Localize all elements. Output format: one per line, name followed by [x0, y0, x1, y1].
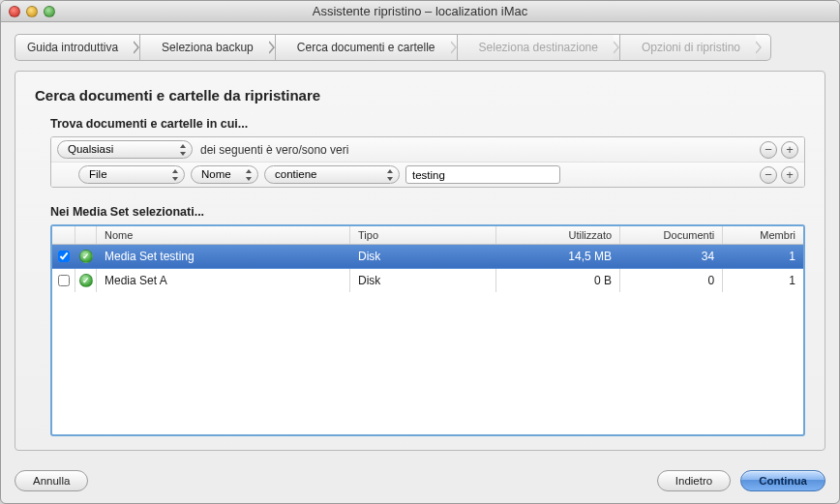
row-docs: 34 — [620, 245, 723, 268]
window: Assistente ripristino – localization iMa… — [0, 0, 840, 504]
row-checkbox[interactable] — [58, 275, 70, 286]
crumb-guide[interactable]: Guida introduttiva — [15, 34, 134, 61]
row-members: 1 — [723, 269, 803, 292]
table-body: Media Set testing Disk 14,5 MB 34 1 Medi… — [52, 245, 803, 434]
criteria-rule-row: File Nome contiene — [51, 163, 804, 187]
rule-kind-value: File — [89, 167, 107, 182]
table-row[interactable]: Media Set A Disk 0 B 0 1 — [52, 269, 803, 293]
back-button[interactable]: Indietro — [657, 470, 731, 491]
col-members[interactable]: Membri — [723, 226, 803, 244]
crumb-label: Seleziona backup — [162, 41, 254, 54]
status-ok-icon — [79, 250, 93, 263]
criteria-box: Qualsiasi dei seguenti è vero/sono veri … — [50, 136, 805, 188]
table-row[interactable]: Media Set testing Disk 14,5 MB 34 1 — [52, 245, 803, 269]
table-header: Nome Tipo Utilizzato Documenti Membri — [52, 226, 803, 245]
add-rule-button[interactable]: + — [781, 166, 798, 184]
row-used: 14,5 MB — [496, 245, 620, 268]
row-type: Disk — [350, 269, 496, 292]
col-type[interactable]: Tipo — [350, 226, 496, 244]
mediasets-label: Nei Media Set selezionati... — [50, 205, 805, 219]
updown-icon — [179, 144, 187, 156]
updown-icon — [171, 169, 179, 181]
crumb-label: Opzioni di ripristino — [642, 41, 740, 54]
col-docs[interactable]: Documenti — [620, 226, 723, 244]
col-used[interactable]: Utilizzato — [496, 226, 620, 244]
scope-select[interactable]: Qualsiasi — [57, 140, 193, 159]
crumb-label: Cerca documenti e cartelle — [297, 41, 435, 54]
scope-suffix: dei seguenti è vero/sono veri — [200, 143, 348, 157]
row-name: Media Set A — [97, 269, 350, 292]
remove-scope-button[interactable]: − — [760, 141, 777, 159]
rule-field-select[interactable]: Nome — [191, 165, 258, 184]
titlebar: Assistente ripristino – localization iMa… — [1, 1, 839, 22]
row-type: Disk — [350, 245, 496, 268]
row-used: 0 B — [496, 269, 620, 292]
rule-kind-select[interactable]: File — [78, 165, 185, 184]
remove-rule-button[interactable]: − — [760, 166, 777, 184]
crumb-label: Guida introduttiva — [27, 41, 118, 54]
main-panel: Cerca documenti e cartelle da ripristina… — [15, 71, 825, 451]
updown-icon — [245, 169, 253, 181]
content: Guida introduttiva Seleziona backup Cerc… — [1, 22, 839, 460]
col-name[interactable]: Nome — [97, 226, 350, 244]
col-status[interactable] — [75, 226, 97, 244]
crumb-select-backup[interactable]: Seleziona backup — [139, 34, 269, 61]
scope-select-value: Qualsiasi — [68, 142, 113, 157]
crumb-search-docs[interactable]: Cerca documenti e cartelle — [275, 34, 451, 61]
criteria-scope-row: Qualsiasi dei seguenti è vero/sono veri … — [51, 137, 804, 163]
page-title: Cerca documenti e cartelle da ripristina… — [35, 87, 805, 104]
row-docs: 0 — [620, 269, 723, 292]
rule-operator-select[interactable]: contiene — [264, 165, 400, 184]
add-scope-button[interactable]: + — [781, 141, 798, 159]
row-members: 1 — [723, 245, 803, 268]
criteria-label: Trova documenti e cartelle in cui... — [50, 117, 805, 131]
breadcrumb-end — [762, 34, 771, 61]
updown-icon — [386, 169, 394, 181]
window-title: Assistente ripristino – localization iMa… — [1, 4, 839, 18]
crumb-restore-options: Opzioni di ripristino — [619, 34, 756, 61]
crumb-label: Seleziona destinazione — [479, 41, 598, 54]
rule-value-input[interactable] — [405, 165, 560, 184]
breadcrumb: Guida introduttiva Seleziona backup Cerc… — [15, 34, 825, 61]
crumb-select-destination: Seleziona destinazione — [457, 34, 614, 61]
rule-field-value: Nome — [201, 167, 231, 182]
row-checkbox[interactable] — [58, 251, 70, 262]
row-name: Media Set testing — [97, 245, 350, 268]
cancel-button[interactable]: Annulla — [15, 470, 88, 491]
mediaset-table: Nome Tipo Utilizzato Documenti Membri Me… — [50, 224, 805, 436]
col-check[interactable] — [52, 226, 75, 244]
rule-operator-value: contiene — [275, 167, 316, 182]
footer: Annulla Indietro Continua — [1, 460, 839, 503]
continue-button[interactable]: Continua — [740, 470, 825, 491]
status-ok-icon — [79, 274, 93, 287]
